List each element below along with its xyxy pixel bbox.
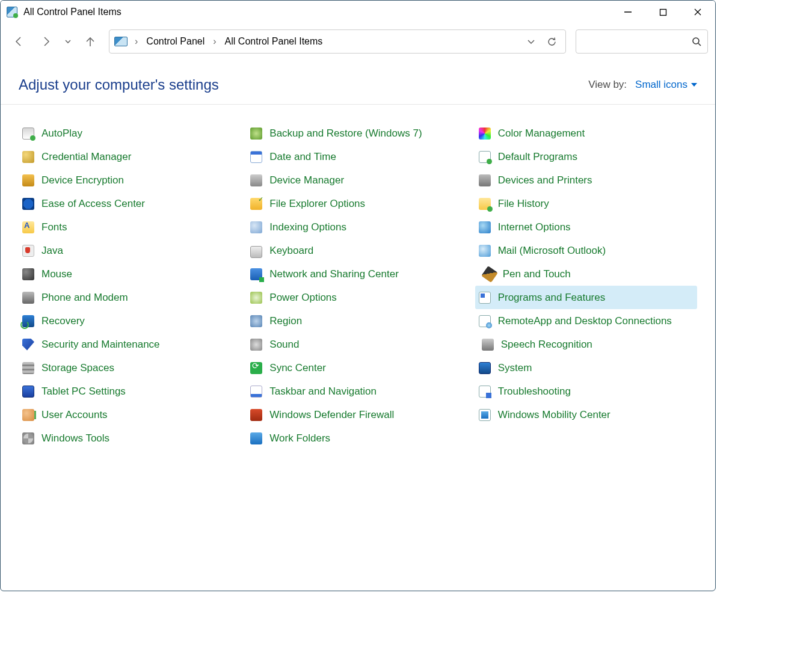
control-panel-item[interactable]: Storage Spaces — [19, 356, 241, 380]
control-panel-item[interactable]: Internet Options — [475, 215, 697, 239]
color-icon — [479, 128, 491, 140]
firewall-icon — [250, 409, 262, 421]
item-label: Phone and Modem — [42, 292, 128, 304]
control-panel-item[interactable]: Security and Maintenance — [19, 333, 241, 356]
control-panel-item[interactable]: System — [475, 356, 697, 380]
control-panel-item[interactable]: Mouse — [19, 262, 241, 286]
item-label: System — [498, 362, 532, 374]
control-panel-item[interactable]: Color Management — [475, 121, 697, 145]
item-label: Sound — [269, 339, 299, 351]
phone-icon — [22, 292, 34, 304]
control-panel-item[interactable]: Indexing Options — [247, 215, 469, 239]
sync-icon — [250, 362, 262, 374]
item-label: Credential Manager — [42, 151, 131, 163]
speech-icon — [482, 339, 494, 351]
control-panel-item[interactable]: Mail (Microsoft Outlook) — [475, 239, 697, 262]
control-panel-item[interactable]: Work Folders — [247, 426, 469, 450]
control-panel-item[interactable]: Devices and Printers — [475, 168, 697, 192]
control-panel-item[interactable]: Power Options — [247, 286, 469, 309]
tools-icon — [22, 432, 34, 444]
control-panel-item[interactable]: Pen and Touch — [475, 262, 697, 286]
item-label: Recovery — [42, 315, 85, 327]
fileexp-icon — [250, 198, 262, 210]
control-panel-item[interactable]: Default Programs — [475, 145, 697, 168]
recovery-icon — [22, 315, 34, 327]
control-panel-item[interactable]: Troubleshooting — [475, 380, 697, 403]
maximize-button[interactable] — [645, 1, 680, 23]
control-panel-item[interactable]: AutoPlay — [19, 121, 241, 145]
control-panel-item[interactable]: Java — [19, 239, 241, 262]
indexing-icon — [250, 221, 262, 233]
network-icon — [250, 268, 262, 280]
control-panel-item[interactable]: RemoteApp and Desktop Connections — [475, 309, 697, 333]
window-controls — [611, 1, 715, 23]
devenc-icon — [22, 174, 34, 186]
forward-button[interactable] — [34, 30, 57, 53]
item-label: Mail (Microsoft Outlook) — [498, 245, 606, 257]
control-panel-item[interactable]: Fonts — [19, 215, 241, 239]
minimize-button[interactable] — [611, 1, 645, 23]
autoplay-icon — [22, 128, 34, 140]
control-panel-item[interactable]: Windows Tools — [19, 426, 241, 450]
control-panel-item[interactable]: User Accounts — [19, 403, 241, 426]
item-label: Speech Recognition — [501, 339, 592, 351]
item-label: Ease of Access Center — [42, 198, 145, 210]
system-icon — [479, 362, 491, 374]
item-label: Power Options — [269, 292, 337, 304]
address-history-button[interactable] — [522, 37, 540, 46]
control-panel-item[interactable]: Network and Sharing Center — [247, 262, 469, 286]
up-button[interactable] — [79, 30, 102, 53]
item-label: Java — [42, 245, 63, 257]
item-label: Default Programs — [498, 151, 577, 163]
item-label: Device Encryption — [42, 174, 124, 186]
control-panel-item[interactable]: Backup and Restore (Windows 7) — [247, 121, 469, 145]
control-panel-item[interactable]: Device Encryption — [19, 168, 241, 192]
control-panel-item[interactable]: Phone and Modem — [19, 286, 241, 309]
search-box[interactable] — [576, 29, 708, 54]
recent-locations-button[interactable] — [61, 30, 75, 53]
svg-marker-7 — [691, 83, 697, 87]
ease-icon — [22, 198, 34, 210]
control-panel-item[interactable]: Speech Recognition — [475, 333, 697, 356]
view-by-control: View by: Small icons — [588, 79, 697, 91]
control-panel-item[interactable]: Keyboard — [247, 239, 469, 262]
item-label: Indexing Options — [269, 221, 346, 233]
control-panel-item[interactable]: Windows Defender Firewall — [247, 403, 469, 426]
control-panel-item[interactable]: Sync Center — [247, 356, 469, 380]
refresh-button[interactable] — [543, 37, 561, 47]
item-label: Devices and Printers — [498, 174, 592, 186]
control-panel-item[interactable]: Taskbar and Navigation — [247, 380, 469, 403]
control-panel-item[interactable]: File Explorer Options — [247, 192, 469, 215]
date-icon — [250, 151, 262, 163]
window-title: All Control Panel Items — [23, 7, 121, 17]
control-panel-item[interactable]: Ease of Access Center — [19, 192, 241, 215]
breadcrumb-current[interactable]: All Control Panel Items — [223, 35, 325, 48]
titlebar: All Control Panel Items — [1, 1, 715, 23]
control-panel-item[interactable]: Sound — [247, 333, 469, 356]
svg-line-6 — [698, 43, 701, 46]
programs-icon — [479, 292, 491, 304]
item-label: Security and Maintenance — [42, 339, 160, 351]
close-button[interactable] — [680, 1, 715, 23]
control-panel-item[interactable]: Tablet PC Settings — [19, 380, 241, 403]
storage-icon — [22, 362, 34, 374]
control-panel-item[interactable]: Credential Manager — [19, 145, 241, 168]
address-bar[interactable]: › Control Panel › All Control Panel Item… — [109, 29, 566, 54]
control-panel-item[interactable]: Device Manager — [247, 168, 469, 192]
item-label: Fonts — [42, 221, 67, 233]
back-button[interactable] — [8, 30, 31, 53]
keyboard-icon — [250, 246, 262, 258]
java-icon — [22, 245, 34, 257]
control-panel-item[interactable]: Windows Mobility Center — [475, 403, 697, 426]
item-label: Troubleshooting — [498, 386, 571, 398]
control-panel-item[interactable]: Date and Time — [247, 145, 469, 168]
control-panel-item[interactable]: Region — [247, 309, 469, 333]
control-panel-item[interactable]: Programs and Features — [475, 286, 697, 309]
breadcrumb-sep-icon: › — [131, 36, 141, 47]
breadcrumb-root[interactable]: Control Panel — [144, 35, 207, 48]
tablet-icon — [22, 386, 34, 398]
view-by-dropdown[interactable]: Small icons — [635, 79, 697, 91]
control-panel-item[interactable]: Recovery — [19, 309, 241, 333]
filehist-icon — [479, 198, 491, 210]
control-panel-item[interactable]: File History — [475, 192, 697, 215]
